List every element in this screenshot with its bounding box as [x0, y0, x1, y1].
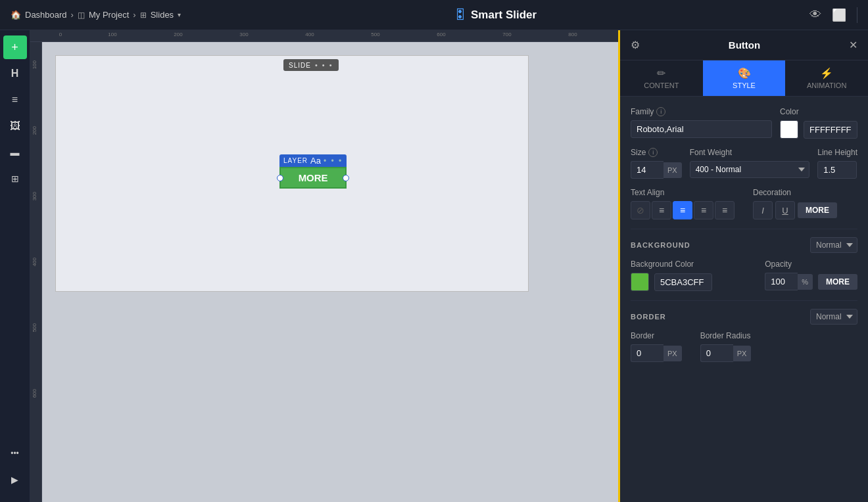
image-tool-button[interactable]: 🖼: [3, 114, 27, 138]
color-swatch[interactable]: [780, 120, 798, 139]
underline-button[interactable]: U: [775, 201, 795, 219]
panel-body: Family i Color: [620, 97, 868, 502]
slides-link[interactable]: Slides: [151, 10, 174, 20]
family-label: Family i: [631, 107, 772, 116]
align-right-button[interactable]: ≡: [694, 201, 713, 219]
panel-tabs: ✏ CONTENT 🎨 STYLE ⚡ ANIMATION: [620, 60, 868, 97]
layer-container[interactable]: LAYER Aa • • • MORE: [279, 154, 347, 189]
opacity-row: % MORE: [765, 273, 857, 290]
tab-animation[interactable]: ⚡ ANIMATION: [785, 60, 868, 96]
slides-icon: ⊞: [140, 11, 147, 20]
topbar-actions: 👁 ⬜: [809, 7, 857, 23]
resize-handle-right[interactable]: [343, 175, 349, 181]
align-none-button[interactable]: ⊘: [631, 201, 650, 219]
heading-tool-button[interactable]: H: [3, 62, 27, 85]
color-input[interactable]: [804, 121, 857, 139]
align-justify-button[interactable]: ≡: [715, 201, 735, 219]
text-align-group: ⊘ ≡ ≡ ≡ ≡: [631, 201, 735, 219]
family-color-row: Family i Color: [631, 107, 857, 139]
slides-dropdown-icon[interactable]: ▾: [178, 11, 181, 18]
ruler-mark-100: 100: [108, 32, 116, 37]
ruler-numbers: 0 100 200 300 400 500 600 700 800 900 10…: [42, 30, 618, 42]
border-input-group: PX: [631, 344, 682, 362]
device-toggle-button[interactable]: ⬜: [832, 8, 846, 22]
slide-options-icon[interactable]: • • •: [315, 61, 333, 69]
family-input[interactable]: [631, 120, 772, 138]
background-label: BACKGROUND: [631, 241, 690, 249]
layout-tool-button[interactable]: ≡: [3, 88, 27, 112]
text-align-col: Text Align ⊘ ≡ ≡ ≡ ≡: [631, 188, 735, 219]
ruler-mark-300: 300: [239, 32, 248, 37]
animation-tab-label: ANIMATION: [807, 81, 846, 89]
border-unit: PX: [663, 346, 682, 361]
line-height-input[interactable]: [817, 161, 857, 179]
play-button[interactable]: ▶: [3, 468, 27, 491]
panel-header: ⚙ Button ✕: [620, 30, 868, 60]
ruler-mark-0: 0: [59, 32, 62, 37]
italic-button[interactable]: I: [753, 201, 773, 219]
tab-style[interactable]: 🎨 STYLE: [703, 60, 786, 96]
text-align-label: Text Align: [631, 188, 735, 197]
opacity-col: Opacity % MORE: [765, 260, 857, 290]
dashboard-link[interactable]: Dashboard: [25, 10, 67, 20]
section-divider-2: [631, 300, 857, 301]
family-col: Family i: [631, 107, 772, 138]
add-element-button[interactable]: +: [3, 35, 27, 59]
font-weight-col: Font Weight 400 - Normal 100 - Thin 300 …: [690, 148, 810, 178]
align-left-button[interactable]: ≡: [652, 201, 671, 219]
panel-close-button[interactable]: ✕: [849, 39, 857, 51]
color-label: Color: [780, 107, 857, 116]
home-icon: 🏠: [11, 10, 21, 20]
decoration-group: I U MORE: [753, 201, 837, 219]
more-tools-button[interactable]: •••: [3, 442, 27, 465]
content-tab-icon: ✏: [657, 67, 665, 80]
opacity-input[interactable]: [765, 273, 798, 290]
background-normal-select[interactable]: Normal Multiply Screen Overlay: [810, 237, 857, 253]
content-tab-label: CONTENT: [644, 81, 679, 89]
size-info-icon[interactable]: i: [648, 148, 658, 157]
preview-button[interactable]: 👁: [809, 8, 821, 22]
border-normal-select[interactable]: Normal Solid Dashed Dotted: [810, 309, 857, 325]
bg-color-row: [631, 273, 757, 291]
slide-canvas[interactable]: SLIDE • • • LAYER Aa • • • MORE: [55, 55, 529, 292]
left-sidebar: + H ≡ 🖼 ▬ ⊞ ••• ▶: [0, 30, 30, 502]
bg-more-button[interactable]: MORE: [818, 274, 857, 290]
ruler-left: 100 200 300 400 500 600: [30, 42, 42, 502]
bg-color-label: Background Color: [631, 260, 757, 269]
slider-tool-button[interactable]: ▬: [3, 141, 27, 164]
grid-tool-button[interactable]: ⊞: [3, 167, 27, 191]
project-link[interactable]: My Project: [89, 10, 129, 20]
ruler-mark-400: 400: [305, 32, 314, 37]
border-radius-row: Border PX Border Radius PX: [631, 331, 857, 362]
border-radius-label: Border Radius: [700, 331, 752, 340]
ruler-left-500: 500: [32, 323, 37, 332]
border-radius-input[interactable]: [700, 344, 733, 362]
size-label: Size i: [631, 148, 682, 157]
font-weight-select[interactable]: 400 - Normal 100 - Thin 300 - Light 700 …: [690, 161, 810, 178]
bg-color-input[interactable]: [654, 273, 712, 291]
right-panel: ⚙ Button ✕ ✏ CONTENT 🎨 STYLE ⚡ ANIMATION: [618, 30, 868, 502]
family-info-icon[interactable]: i: [656, 107, 665, 116]
size-col: Size i PX: [631, 148, 682, 179]
size-input[interactable]: [631, 161, 663, 179]
resize-handle-left[interactable]: [277, 175, 283, 181]
border-input[interactable]: [631, 344, 663, 362]
background-section-header: BACKGROUND Normal Multiply Screen Overla…: [631, 237, 857, 253]
bg-color-swatch[interactable]: [631, 273, 649, 291]
ruler-left-400: 400: [32, 258, 37, 266]
style-tab-label: STYLE: [733, 81, 756, 89]
bg-color-opacity-row: Background Color Opacity %: [631, 260, 857, 291]
layer-options-icon[interactable]: • • •: [324, 156, 343, 166]
tab-content[interactable]: ✏ CONTENT: [620, 60, 703, 96]
ruler-mark-500: 500: [371, 32, 379, 37]
button-element[interactable]: MORE: [279, 167, 347, 189]
align-center-button[interactable]: ≡: [673, 201, 692, 219]
style-tab-icon: 🎨: [738, 67, 751, 80]
canvas-content: SLIDE • • • LAYER Aa • • • MORE: [42, 42, 618, 502]
ruler-left-300: 300: [32, 192, 37, 200]
border-section-header: BORDER Normal Solid Dashed Dotted: [631, 309, 857, 325]
layer-label-text: LAYER: [283, 157, 308, 164]
size-input-group: PX: [631, 161, 682, 179]
decoration-more-button[interactable]: MORE: [798, 202, 837, 218]
logo-text: Smart Slider: [471, 9, 537, 22]
